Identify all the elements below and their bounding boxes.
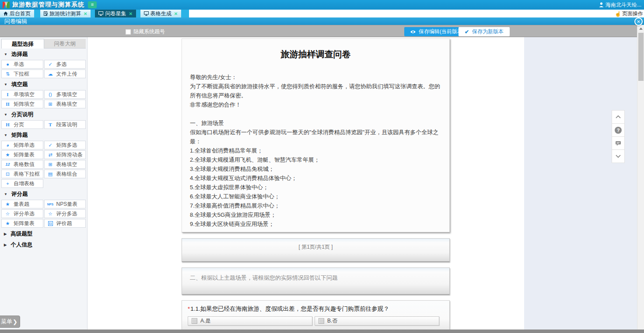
table-grid-icon: ⊞ <box>47 162 54 167</box>
section-choice-questions[interactable]: ▼ 选择题 <box>0 49 87 59</box>
save-current-label: 保存编辑(当前版本) <box>419 28 464 35</box>
menu-flyout-button[interactable]: 菜单 ❯ <box>0 316 20 328</box>
sidebar-item-matrix-slider[interactable]: ⇄ 矩阵滑动条 <box>44 150 86 159</box>
hamburger-menu-icon[interactable]: ≡ <box>88 1 97 8</box>
sidebar-item-nps[interactable]: NPS NPS量表 <box>44 200 86 208</box>
section2-card[interactable]: 二、根据以上主题场景，请根据您的实际情况回答以下问题 <box>182 267 450 295</box>
save-new-version-button[interactable]: ✔ 保存为新版本 <box>458 27 510 36</box>
sidebar-item-single-choice[interactable]: ● 单选 <box>1 60 43 69</box>
checkmark-icon: ✓ <box>47 62 54 67</box>
sidebar-tab-question-types[interactable]: 题型选择 <box>1 39 44 49</box>
hide-question-numbers-toggle[interactable]: 隐藏系统题号 <box>126 28 165 35</box>
section-fill-blank[interactable]: ▼ 填空题 <box>0 79 87 90</box>
sidebar-item-paragraph[interactable]: T 段落说明 <box>44 120 86 129</box>
item-label: 矩阵量表 <box>14 220 35 227</box>
sidebar-item-table-combo[interactable]: ▤ 表格组合 <box>44 170 86 178</box>
comment-bubble-icon <box>615 141 621 146</box>
tab-table-generate[interactable]: 表格生成 ✕ <box>140 10 181 17</box>
checkbox[interactable] <box>126 29 131 35</box>
panel-close-button[interactable]: ✕ <box>634 17 643 26</box>
sidebar-item-matrix-blank[interactable]: II 矩阵填空 <box>1 100 43 108</box>
sidebar-item-multi-choice[interactable]: ✓ 多选 <box>44 60 86 69</box>
sidebar-item-single-blank[interactable]: I 单项填空 <box>1 90 43 99</box>
checkbox-label: 隐藏系统题号 <box>133 28 165 35</box>
sidebar-item-file-upload[interactable]: ☁ 文件上传 <box>44 69 86 78</box>
feedback-button[interactable] <box>612 136 625 150</box>
sidebar-item-dropdown[interactable]: ⇅ 下拉框 <box>1 69 43 78</box>
user-account[interactable]: 海南北斗天绘... <box>599 1 641 9</box>
section-rating[interactable]: ▼ 评分题 <box>0 188 87 199</box>
page-split-icon: H <box>4 122 11 127</box>
sidebar-item-review[interactable]: 11 评价题 <box>44 219 86 228</box>
sidebar-item-auto-table[interactable]: + 自增表格 <box>1 179 43 188</box>
sidebar-item-rate-single[interactable]: ☆ 评分单选 <box>1 209 43 218</box>
item-label: 表格组合 <box>56 170 77 178</box>
tab-backstage-home[interactable]: 后台首页 <box>0 10 34 17</box>
page-divider-card[interactable]: [ 第1页/共1页 ] <box>182 238 450 262</box>
question-card-1[interactable]: *1.1.如果您已经在海南旅游、度假或出差，您是否有兴趣专门购票前往参观？ A.… <box>182 300 450 330</box>
right-background-strip: ? <box>524 37 637 330</box>
item-label: 矩阵单选 <box>14 142 35 149</box>
item-label: 段落说明 <box>56 121 77 128</box>
option-b[interactable]: B.否 <box>315 316 439 326</box>
user-name: 海南北斗天绘... <box>606 1 641 9</box>
radio-dot-icon: ● <box>4 62 11 67</box>
item-label: 多选 <box>56 61 67 68</box>
section-label: 高级题型 <box>10 230 32 238</box>
tab-label: 表格生成 <box>150 10 172 17</box>
item-label: 表格填空 <box>56 161 77 168</box>
panel-title-bar: 问卷编辑 <box>0 17 644 25</box>
sidebar-item-matrix-multi[interactable]: ✓ 矩阵多选 <box>44 141 86 149</box>
section-label: 矩阵题 <box>11 132 28 139</box>
sidebar-item-matrix-scale-2[interactable]: ★ 矩阵量表 <box>1 219 43 228</box>
page-operations-label: 页面操作 <box>622 10 643 17</box>
sidebar-item-matrix-single[interactable]: ◕ 矩阵单选 <box>1 141 43 149</box>
section-personal-collapsed[interactable]: ▶ 个人信息 <box>0 239 87 250</box>
sidebar-item-rate-multi[interactable]: ☆ 评分多选 <box>44 209 86 218</box>
sidebar-tab-outline[interactable]: 问卷大纲 <box>44 39 86 49</box>
sidebar-item-table-blank[interactable]: ⊞ 表格填空 <box>44 100 86 108</box>
scroll-top-button[interactable] <box>612 110 625 124</box>
option-checkbox[interactable] <box>318 318 324 324</box>
page-operations-button[interactable]: ☝ 页面操作 <box>615 10 643 17</box>
scrollbar-up-arrow[interactable] <box>637 25 644 32</box>
item-label: 矩阵多选 <box>56 142 77 149</box>
scrollbar-thumb[interactable] <box>638 33 644 81</box>
cloud-upload-icon: ☁ <box>47 71 54 77</box>
sidebar-item-matrix-scale[interactable]: ★ 矩阵量表 <box>1 150 43 159</box>
vertical-scrollbar[interactable] <box>637 25 644 333</box>
box-dropdown-icon: ⊡ <box>4 171 11 177</box>
tab-close-icon[interactable]: ✕ <box>129 11 132 16</box>
question-text: *1.1.如果您已经在海南旅游、度假或出差，您是否有兴趣专门购票前往参观？ <box>182 301 449 313</box>
intro-line: 非常感谢您的合作！ <box>190 100 441 109</box>
caret-down-icon: ▼ <box>4 113 7 117</box>
tab-questionnaire[interactable]: 问卷星集 ✕ <box>95 10 136 17</box>
plus-icon: + <box>4 181 11 186</box>
sidebar-item-multi-blank[interactable]: () 多项填空 <box>44 90 86 99</box>
sidebar-item-table-fill[interactable]: ⊞ 表格填空 <box>44 160 86 169</box>
scroll-bottom-button[interactable] <box>612 149 625 163</box>
number-12-icon: 12 <box>4 162 11 166</box>
sidebar-item-page-break[interactable]: H 分页 <box>1 120 43 129</box>
option-checkbox[interactable] <box>192 318 197 324</box>
survey-intro-card[interactable]: 旅游抽样调查问卷 尊敬的先生/女士：为了不断提高我省的旅游接待水平，使您得到质价… <box>182 38 450 232</box>
required-asterisk: * <box>188 305 190 312</box>
scene-line: 3.全球最大规模消费精品免税城； <box>190 164 441 173</box>
section-paging[interactable]: ▼ 分页说明 <box>0 109 87 120</box>
help-button[interactable]: ? <box>612 123 625 137</box>
tab-close-icon[interactable]: ✕ <box>174 11 178 16</box>
section-advanced-collapsed[interactable]: ▶ 高级题型 <box>0 228 87 239</box>
option-a[interactable]: A.是 <box>188 316 312 326</box>
tab-close-icon[interactable]: ✕ <box>84 11 87 16</box>
sidebar-item-table-number[interactable]: 12 表格数值 <box>1 160 43 169</box>
survey-scene-paragraph: 一、旅游场景假如海口机场附近有一个可供参观游玩一整天的"全球消费精品博览园"开业… <box>190 118 441 229</box>
sidebar-item-scale[interactable]: ★ 量表题 <box>1 200 43 208</box>
star-filled-icon: ★ <box>4 201 11 207</box>
tab-tourism-statistics[interactable]: 旅游统计测算 ✕ <box>40 10 91 17</box>
scene-line: 7.全球最高价值消费精品展示中心； <box>190 201 441 210</box>
item-label: 下拉框 <box>14 70 29 78</box>
section-matrix[interactable]: ▼ 矩阵题 <box>0 129 87 140</box>
star-outline-icon: ☆ <box>4 211 11 217</box>
intro-line: 为了不断提高我省的旅游接待水平，使您得到质价相符的服务，请您协助我们填写这张调查… <box>190 82 441 100</box>
sidebar-item-table-dropdown[interactable]: ⊡ 表格下拉框 <box>1 170 43 178</box>
